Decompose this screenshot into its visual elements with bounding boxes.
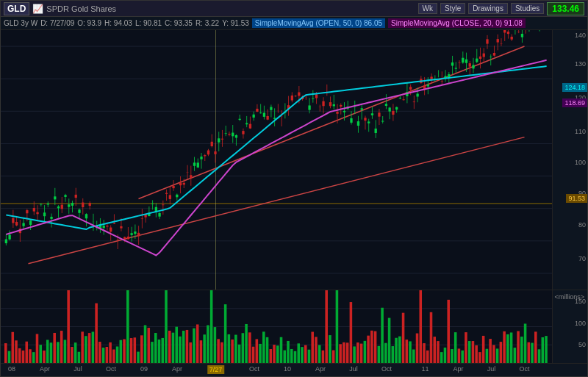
price-tick: 80 <box>578 221 586 229</box>
x-axis-label: 08 <box>8 365 15 373</box>
ticker-name: SPDR Gold Shares <box>46 4 116 13</box>
high-label: H: 94.03 <box>104 19 132 27</box>
price-axis: 140130120110100908070124.18118.6991.53 <box>552 30 587 290</box>
x-axis-label: Apr <box>315 365 326 373</box>
ma1-price-label: 124.18 <box>562 83 587 92</box>
studies-button[interactable]: Studies <box>511 3 544 14</box>
close-label: C: 93.35 <box>165 19 193 27</box>
volume-axis: <millions> 15010050 <box>552 290 587 363</box>
symbol-input[interactable]: GLD <box>4 2 29 15</box>
price-tick: 70 <box>578 255 586 262</box>
x-axis-label: Oct <box>519 365 529 373</box>
ma1-info: SimpleMovingAvg (OPEN, 50, 0) 86.05 <box>252 18 385 28</box>
x-axis: 08AprJulOct09Apr7/27Oct10AprJulOct11AprJ… <box>1 363 587 376</box>
x-axis-label: Oct <box>106 365 116 373</box>
chart-label: GLD 3y W <box>4 19 37 27</box>
price-tick: 130 <box>575 60 586 68</box>
x-axis-spacer <box>552 364 587 376</box>
drawings-button[interactable]: Drawings <box>468 3 508 14</box>
data-bar: GLD 3y W D: 7/27/09 O: 93.9 H: 94.03 L: … <box>1 17 587 30</box>
x-axis-label: Oct <box>381 365 392 373</box>
crosshair-price-label: 91.53 <box>566 194 587 203</box>
volume-chart[interactable]: Volume 46,375,165 <box>1 290 552 363</box>
range-label: R: 3.22 <box>196 19 219 27</box>
volume-tick: 150 <box>575 298 586 305</box>
x-axis-label: 09 <box>140 365 148 373</box>
x-axis-label: Oct <box>249 365 259 373</box>
price-tick: 140 <box>575 32 586 39</box>
style-button[interactable]: Style <box>440 3 465 14</box>
top-bar: GLD 📈 SPDR Gold Shares Wk Style Drawings… <box>1 1 587 17</box>
x-axis-labels: 08AprJulOct09Apr7/27Oct10AprJulOct11AprJ… <box>1 364 552 376</box>
chart-container[interactable]: 2010 © TD AMERITRADE IP Company, Inc. 14… <box>1 30 587 290</box>
main-chart[interactable]: 2010 © TD AMERITRADE IP Company, Inc. <box>1 30 552 290</box>
price-tick: 110 <box>575 128 586 135</box>
current-price: 133.46 <box>547 2 584 15</box>
x-axis-label: Jul <box>74 365 82 373</box>
volume-tick: 100 <box>575 320 586 327</box>
ma2-price-label: 118.69 <box>562 98 587 107</box>
x-axis-label: Apr <box>40 365 50 373</box>
ticker-icon: 📈 <box>32 4 43 14</box>
x-axis-label: 11 <box>421 365 429 373</box>
x-axis-label: 10 <box>284 365 291 373</box>
price-tick: 100 <box>575 159 586 166</box>
x-axis-label: Jul <box>349 365 358 373</box>
x-axis-label: Apr <box>453 365 463 373</box>
low-label: L: 90.81 <box>135 19 162 27</box>
volume-section: Volume 46,375,165 <millions> 15010050 <box>1 290 587 363</box>
timeframe-button[interactable]: Wk <box>418 3 437 14</box>
x-axis-label: Apr <box>172 365 182 373</box>
y-label: Y: 91.53 <box>222 19 249 27</box>
x-axis-label: Jul <box>487 365 496 373</box>
open-label: O: 93.9 <box>77 19 101 27</box>
ma2-info: SimpleMovingAvg (CLOSE, 20, 0) 91.08 <box>388 18 526 28</box>
x-axis-label: 7/27 <box>207 365 225 374</box>
date-label: D: 7/27/09 <box>40 19 74 27</box>
volume-tick: 50 <box>578 341 586 348</box>
